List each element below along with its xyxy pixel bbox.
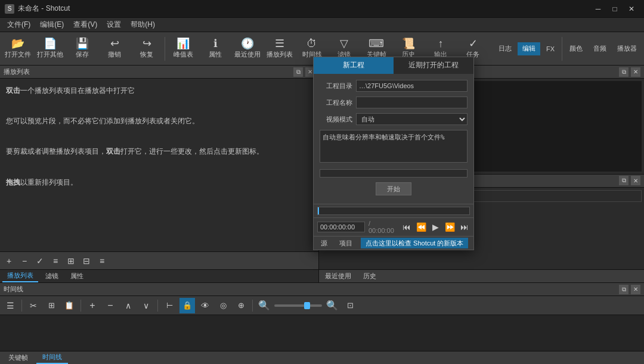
save-button[interactable]: 💾 保存 <box>67 34 98 64</box>
playlist-col-btn[interactable]: ⊟ <box>80 254 93 267</box>
minimize-button[interactable]: ─ <box>590 3 606 15</box>
timeline-tracks <box>0 315 644 351</box>
menu-settings[interactable]: 设置 <box>102 18 126 31</box>
properties-button[interactable]: ℹ 属性 <box>200 34 231 64</box>
player-play-btn[interactable]: ▶ <box>430 219 441 235</box>
menu-help[interactable]: 帮助(H) <box>126 18 160 31</box>
playlist-float-btn[interactable]: ⧉ <box>293 67 303 77</box>
menu-edit[interactable]: 编辑(E) <box>35 18 69 31</box>
playlist-remove-btn[interactable]: − <box>18 254 31 267</box>
save-label: 保存 <box>76 50 89 59</box>
dialog-name-input[interactable] <box>356 97 467 108</box>
player-next-btn[interactable]: ⏩ <box>445 219 456 235</box>
open-file-button[interactable]: 📂 打开文件 <box>2 34 33 64</box>
dialog-start-button[interactable]: 开始 <box>376 182 411 195</box>
tl-zoom-slider[interactable] <box>274 304 322 307</box>
tl-menu-btn[interactable]: ☰ <box>2 298 18 313</box>
close-button[interactable]: ✕ <box>624 3 639 15</box>
timeline-header-bar: 时间线 ⧉ ✕ <box>0 283 644 296</box>
toolbar-sep-2 <box>562 37 562 61</box>
redo-button[interactable]: ↪ 恢复 <box>131 34 162 64</box>
audio-float-btn[interactable]: ⧉ <box>619 67 628 77</box>
open-file-icon: 📂 <box>11 38 24 49</box>
player-prev-btn[interactable]: ⏪ <box>416 219 426 235</box>
playlist-grid-btn[interactable]: ⊞ <box>64 254 78 267</box>
timeline-toolbar: ☰ ✂ ⊞ 📋 + − ∧ ∨ ⊢ 🔒 👁 ◎ ⊕ 🔍 🔍 ⊡ <box>0 296 644 315</box>
peak-meter-label: 峰值表 <box>174 50 193 59</box>
dialog-mode-select[interactable]: 自动 <box>356 113 467 125</box>
source-tab[interactable]: 源 <box>317 238 331 248</box>
tl-copy-btn[interactable]: ⊞ <box>44 298 59 313</box>
open-other-button[interactable]: 📄 打开其他 <box>35 34 66 64</box>
tab-filters[interactable]: 滤镜 <box>41 270 63 282</box>
tl-up-btn[interactable]: ∧ <box>120 298 136 313</box>
update-notify-button[interactable]: 点击这里以检查 Shotcut 的新版本 <box>361 238 468 248</box>
dialog-dir-input[interactable] <box>356 80 467 92</box>
recent-float-btn[interactable]: ⧉ <box>619 176 628 185</box>
playlist-add-btn[interactable]: + <box>2 254 16 267</box>
time-controls: / 00:00:00 ⏮ ⏪ ▶ ⏩ ⏭ <box>314 217 473 236</box>
audio-tab[interactable]: 音频 <box>589 42 611 55</box>
player-last-btn[interactable]: ⏭ <box>459 219 470 235</box>
tl-remove-btn[interactable]: − <box>103 298 118 313</box>
tl-ripple-all-btn[interactable]: ⊕ <box>233 298 249 313</box>
log-tab[interactable]: 日志 <box>494 42 516 55</box>
tl-paste-btn[interactable]: 📋 <box>61 298 77 313</box>
playlist-header-controls: ⧉ ✕ <box>293 67 315 77</box>
playlist-label: 播放列表 <box>267 50 293 59</box>
dialog-tab-recent[interactable]: 近期打开的工程 <box>394 57 473 74</box>
dialog-name-label: 工程名称 <box>320 98 352 107</box>
fx-tab[interactable]: FX <box>541 42 559 55</box>
project-tab[interactable]: 项目 <box>336 238 356 248</box>
player-tab[interactable]: 播放器 <box>612 42 642 55</box>
timeline-float-btn[interactable]: ⧉ <box>619 285 628 294</box>
recent-close-btn[interactable]: ✕ <box>631 176 640 185</box>
timeline-close-btn[interactable]: ✕ <box>631 285 640 294</box>
playlist-list-btn[interactable]: ≡ <box>49 254 62 267</box>
tl-cut-btn[interactable]: ✂ <box>26 298 41 313</box>
tab-keyframes[interactable]: 关键帧 <box>2 352 34 363</box>
player-first-btn[interactable]: ⏮ <box>401 219 412 235</box>
playlist-button[interactable]: ☰ 播放列表 <box>264 34 295 64</box>
dialog-progress-bar <box>320 169 467 178</box>
tl-snap-btn[interactable]: 🔒 <box>179 298 195 313</box>
playlist-icon: ☰ <box>275 38 284 49</box>
current-time-input[interactable] <box>317 222 365 232</box>
tl-view-btn[interactable]: 👁 <box>197 298 213 313</box>
color-tab[interactable]: 颜色 <box>565 42 587 55</box>
dialog-row-mode: 视频模式 自动 <box>320 113 467 125</box>
edit-tab[interactable]: 编辑 <box>518 42 540 55</box>
playlist-hint-3: 您可以预览片段，而不必将它们添加到播放列表或者关闭它。 <box>6 115 312 128</box>
undo-label: 撤销 <box>108 50 121 59</box>
tab-properties[interactable]: 属性 <box>66 270 88 282</box>
playlist-menu-btn[interactable]: ≡ <box>95 254 109 267</box>
menu-file[interactable]: 文件(F) <box>2 18 35 31</box>
tl-down-btn[interactable]: ∨ <box>138 298 154 313</box>
recent-tab[interactable]: 最近使用 <box>321 271 355 281</box>
menu-view[interactable]: 查看(V) <box>69 18 102 31</box>
filters-icon: ▽ <box>340 38 348 49</box>
audio-close-btn[interactable]: ✕ <box>631 67 640 77</box>
tl-zoom-out-btn[interactable]: 🔍 <box>256 298 272 313</box>
tl-ripple-btn[interactable]: ◎ <box>215 298 231 313</box>
tl-add-btn[interactable]: + <box>85 298 100 313</box>
dialog-tabs: 新工程 近期打开的工程 <box>314 57 473 74</box>
peak-meter-button[interactable]: 📊 峰值表 <box>168 34 199 64</box>
dialog-description: 自动意味着分辨率和帧速取决于首个文件% <box>320 130 467 163</box>
window-title: 未命名 - Shotcut <box>18 4 70 14</box>
tab-timeline[interactable]: 时间线 <box>36 351 68 364</box>
tab-playlist[interactable]: 播放列表 <box>2 270 38 282</box>
tl-split-btn[interactable]: ⊢ <box>162 298 177 313</box>
playhead-bar[interactable] <box>317 207 470 215</box>
undo-button[interactable]: ↩ 撤销 <box>99 34 130 64</box>
recent-header-controls: ⧉ ✕ <box>619 176 640 185</box>
playhead <box>318 207 319 214</box>
recent-button[interactable]: 🕐 最近使用 <box>232 34 263 64</box>
playlist-panel: 播放列表 ⧉ ✕ 双击一个播放列表项目在播放器中打开它 您可以预览片段，而不必将… <box>0 66 319 282</box>
dialog-tab-new[interactable]: 新工程 <box>314 57 394 74</box>
history-tab[interactable]: 历史 <box>360 271 380 281</box>
playlist-check-btn[interactable]: ✓ <box>33 254 47 267</box>
tl-zoom-in-btn[interactable]: 🔍 <box>324 298 340 313</box>
maximize-button[interactable]: □ <box>607 3 623 15</box>
tl-fit-btn[interactable]: ⊡ <box>342 298 358 313</box>
